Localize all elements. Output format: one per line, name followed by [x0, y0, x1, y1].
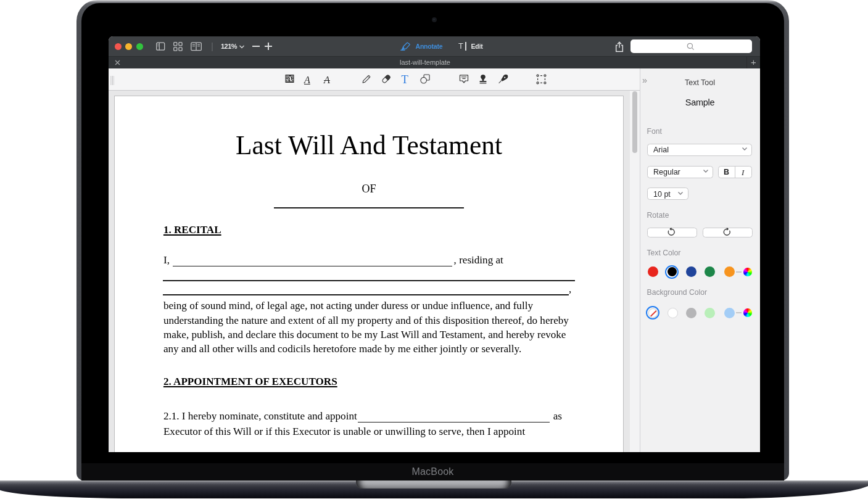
- svg-text:A: A: [286, 74, 292, 83]
